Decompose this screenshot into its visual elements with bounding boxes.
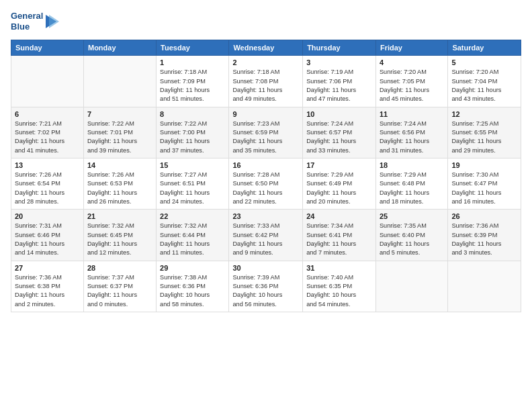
day-number: 10	[306, 110, 372, 118]
day-number: 14	[87, 161, 152, 169]
weekday-header-sunday: Sunday	[11, 40, 84, 56]
logo-line1: General	[11, 11, 43, 21]
calendar-cell: 12Sunrise: 7:25 AMSunset: 6:55 PMDayligh…	[448, 107, 521, 158]
calendar-cell	[83, 56, 156, 107]
day-detail: Sunrise: 7:25 AMSunset: 6:55 PMDaylight:…	[451, 120, 517, 155]
calendar-cell: 20Sunrise: 7:31 AMSunset: 6:46 PMDayligh…	[11, 210, 84, 261]
calendar-cell: 15Sunrise: 7:27 AMSunset: 6:51 PMDayligh…	[157, 158, 229, 209]
day-detail: Sunrise: 7:27 AMSunset: 6:51 PMDaylight:…	[160, 171, 225, 206]
calendar-table: SundayMondayTuesdayWednesdayThursdayFrid…	[11, 40, 521, 312]
day-number: 26	[451, 212, 517, 220]
day-detail: Sunrise: 7:36 AMSunset: 6:38 PMDaylight:…	[15, 273, 80, 309]
day-detail: Sunrise: 7:24 AMSunset: 6:56 PMDaylight:…	[380, 120, 444, 155]
weekday-header-wednesday: Wednesday	[229, 40, 303, 56]
calendar-cell: 28Sunrise: 7:37 AMSunset: 6:37 PMDayligh…	[83, 261, 156, 312]
day-detail: Sunrise: 7:32 AMSunset: 6:44 PMDaylight:…	[160, 222, 225, 257]
day-detail: Sunrise: 7:30 AMSunset: 6:47 PMDaylight:…	[451, 171, 517, 206]
logo-chevron-icon	[44, 12, 59, 31]
calendar-cell: 4Sunrise: 7:20 AMSunset: 7:05 PMDaylight…	[375, 56, 447, 107]
calendar-cell: 29Sunrise: 7:38 AMSunset: 6:36 PMDayligh…	[157, 261, 229, 312]
calendar-cell: 13Sunrise: 7:26 AMSunset: 6:54 PMDayligh…	[11, 158, 84, 209]
calendar-cell: 10Sunrise: 7:24 AMSunset: 6:57 PMDayligh…	[303, 107, 376, 158]
day-number: 17	[306, 161, 372, 169]
day-detail: Sunrise: 7:23 AMSunset: 6:59 PMDaylight:…	[232, 120, 299, 155]
day-number: 1	[160, 58, 225, 66]
day-number: 5	[451, 58, 517, 66]
calendar-cell: 23Sunrise: 7:33 AMSunset: 6:42 PMDayligh…	[229, 210, 303, 261]
day-number: 7	[87, 110, 152, 118]
day-number: 19	[451, 161, 517, 169]
day-number: 11	[380, 110, 444, 118]
day-detail: Sunrise: 7:18 AMSunset: 7:09 PMDaylight:…	[160, 68, 225, 103]
calendar-cell: 27Sunrise: 7:36 AMSunset: 6:38 PMDayligh…	[11, 261, 84, 312]
calendar-cell: 30Sunrise: 7:39 AMSunset: 6:36 PMDayligh…	[229, 261, 303, 312]
weekday-header-friday: Friday	[375, 40, 447, 56]
calendar-cell: 21Sunrise: 7:32 AMSunset: 6:45 PMDayligh…	[83, 210, 156, 261]
calendar-cell	[448, 261, 521, 312]
day-detail: Sunrise: 7:37 AMSunset: 6:37 PMDaylight:…	[87, 273, 152, 309]
calendar-cell: 14Sunrise: 7:26 AMSunset: 6:53 PMDayligh…	[83, 158, 156, 209]
day-number: 27	[15, 264, 80, 272]
svg-marker-1	[49, 15, 59, 28]
calendar-cell: 16Sunrise: 7:28 AMSunset: 6:50 PMDayligh…	[229, 158, 303, 209]
calendar-cell: 5Sunrise: 7:20 AMSunset: 7:04 PMDaylight…	[448, 56, 521, 107]
calendar-cell: 22Sunrise: 7:32 AMSunset: 6:44 PMDayligh…	[157, 210, 229, 261]
day-detail: Sunrise: 7:21 AMSunset: 7:02 PMDaylight:…	[15, 120, 80, 155]
day-detail: Sunrise: 7:22 AMSunset: 7:00 PMDaylight:…	[160, 120, 225, 155]
calendar-cell: 31Sunrise: 7:40 AMSunset: 6:35 PMDayligh…	[303, 261, 376, 312]
day-number: 25	[380, 212, 444, 220]
day-number: 15	[160, 161, 225, 169]
day-detail: Sunrise: 7:31 AMSunset: 6:46 PMDaylight:…	[15, 222, 80, 257]
day-number: 22	[160, 212, 225, 220]
calendar-cell: 8Sunrise: 7:22 AMSunset: 7:00 PMDaylight…	[157, 107, 229, 158]
weekday-header-thursday: Thursday	[303, 40, 376, 56]
calendar-cell: 2Sunrise: 7:18 AMSunset: 7:08 PMDaylight…	[229, 56, 303, 107]
logo-line2: Blue	[11, 21, 43, 32]
day-detail: Sunrise: 7:35 AMSunset: 6:40 PMDaylight:…	[380, 222, 444, 257]
day-number: 21	[87, 212, 152, 220]
calendar-cell: 18Sunrise: 7:29 AMSunset: 6:48 PMDayligh…	[375, 158, 447, 209]
day-number: 13	[15, 161, 80, 169]
day-number: 2	[232, 58, 299, 66]
day-detail: Sunrise: 7:40 AMSunset: 6:35 PMDaylight:…	[306, 273, 372, 309]
day-number: 18	[380, 161, 444, 169]
logo: General Blue	[11, 11, 59, 32]
day-number: 23	[232, 212, 299, 220]
day-detail: Sunrise: 7:34 AMSunset: 6:41 PMDaylight:…	[306, 222, 372, 257]
day-number: 6	[15, 110, 80, 118]
day-number: 8	[160, 110, 225, 118]
day-detail: Sunrise: 7:22 AMSunset: 7:01 PMDaylight:…	[87, 120, 152, 155]
calendar-cell: 3Sunrise: 7:19 AMSunset: 7:06 PMDaylight…	[303, 56, 376, 107]
day-detail: Sunrise: 7:39 AMSunset: 6:36 PMDaylight:…	[232, 273, 299, 309]
day-detail: Sunrise: 7:18 AMSunset: 7:08 PMDaylight:…	[232, 68, 299, 103]
calendar-week-row: 20Sunrise: 7:31 AMSunset: 6:46 PMDayligh…	[11, 210, 521, 261]
day-detail: Sunrise: 7:33 AMSunset: 6:42 PMDaylight:…	[232, 222, 299, 257]
day-number: 30	[232, 264, 299, 272]
day-detail: Sunrise: 7:24 AMSunset: 6:57 PMDaylight:…	[306, 120, 372, 155]
day-detail: Sunrise: 7:26 AMSunset: 6:53 PMDaylight:…	[87, 171, 152, 206]
day-detail: Sunrise: 7:20 AMSunset: 7:04 PMDaylight:…	[451, 68, 517, 103]
calendar-week-row: 1Sunrise: 7:18 AMSunset: 7:09 PMDaylight…	[11, 56, 521, 107]
calendar-week-row: 6Sunrise: 7:21 AMSunset: 7:02 PMDaylight…	[11, 107, 521, 158]
day-number: 9	[232, 110, 299, 118]
calendar-cell: 17Sunrise: 7:29 AMSunset: 6:49 PMDayligh…	[303, 158, 376, 209]
calendar-cell	[375, 261, 447, 312]
calendar-cell: 7Sunrise: 7:22 AMSunset: 7:01 PMDaylight…	[83, 107, 156, 158]
day-detail: Sunrise: 7:29 AMSunset: 6:49 PMDaylight:…	[306, 171, 372, 206]
calendar-week-row: 13Sunrise: 7:26 AMSunset: 6:54 PMDayligh…	[11, 158, 521, 209]
header: General Blue	[11, 11, 521, 32]
day-detail: Sunrise: 7:36 AMSunset: 6:39 PMDaylight:…	[451, 222, 517, 257]
day-number: 24	[306, 212, 372, 220]
calendar-cell: 19Sunrise: 7:30 AMSunset: 6:47 PMDayligh…	[448, 158, 521, 209]
day-number: 28	[87, 264, 152, 272]
calendar-cell: 25Sunrise: 7:35 AMSunset: 6:40 PMDayligh…	[375, 210, 447, 261]
day-detail: Sunrise: 7:29 AMSunset: 6:48 PMDaylight:…	[380, 171, 444, 206]
day-number: 29	[160, 264, 225, 272]
day-number: 4	[380, 58, 444, 66]
weekday-header-tuesday: Tuesday	[157, 40, 229, 56]
day-number: 31	[306, 264, 372, 272]
day-detail: Sunrise: 7:32 AMSunset: 6:45 PMDaylight:…	[87, 222, 152, 257]
calendar-cell: 11Sunrise: 7:24 AMSunset: 6:56 PMDayligh…	[375, 107, 447, 158]
day-detail: Sunrise: 7:20 AMSunset: 7:05 PMDaylight:…	[380, 68, 444, 103]
day-detail: Sunrise: 7:19 AMSunset: 7:06 PMDaylight:…	[306, 68, 372, 103]
